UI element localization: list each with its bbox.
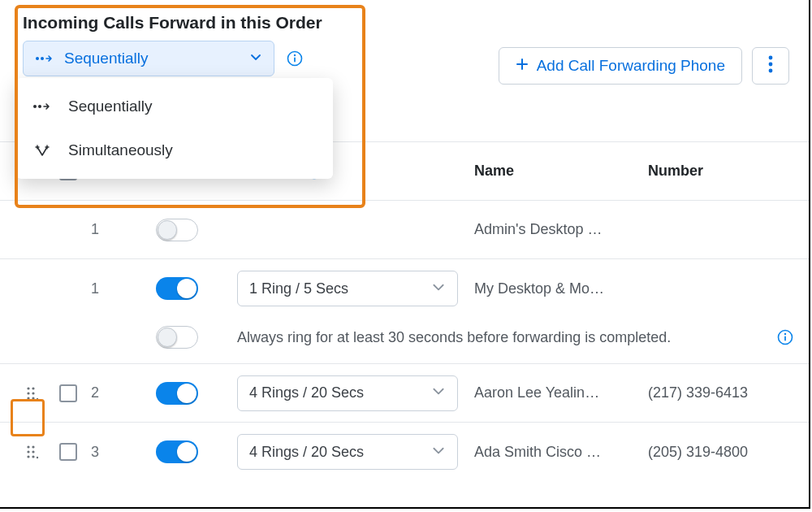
svg-rect-6	[294, 58, 296, 63]
col-number: Number	[648, 163, 786, 180]
svg-point-17	[32, 387, 34, 389]
svg-rect-15	[784, 336, 786, 341]
ring-duration-label: 4 Rings / 20 Secs	[249, 444, 364, 461]
number-cell: (205) 319-4800	[648, 444, 786, 461]
ring-duration-label: 4 Rings / 20 Secs	[249, 384, 364, 401]
svg-point-28	[32, 455, 34, 458]
drag-handle-icon[interactable]	[15, 384, 50, 402]
always-ring-label: Always ring for at least 30 seconds befo…	[237, 329, 770, 346]
mode-option-label: Simultaneously	[68, 141, 173, 159]
col-name: Name	[474, 163, 648, 180]
table-row: 2 4 Rings / 20 Secs Aaron Lee Yealin… (2…	[0, 364, 809, 423]
svg-point-24	[32, 445, 34, 448]
table-row: 1 Admin's Desktop …	[0, 201, 809, 259]
svg-point-7	[769, 55, 773, 59]
table-row: 3 4 Rings / 20 Secs Ada Smith Cisco … (2…	[0, 423, 809, 481]
active-toggle[interactable]	[156, 219, 198, 241]
row-checkbox[interactable]	[59, 384, 77, 402]
svg-point-9	[769, 68, 773, 72]
ring-duration-select[interactable]: 4 Rings / 20 Secs	[237, 434, 458, 470]
kebab-icon	[768, 55, 773, 77]
ring-duration-select[interactable]: 4 Rings / 20 Secs	[237, 375, 458, 411]
svg-point-20	[27, 397, 29, 399]
svg-point-18	[27, 392, 29, 394]
page-title: Incoming Calls Forward in this Order	[23, 13, 786, 33]
order-cell: 1	[86, 280, 156, 297]
svg-point-27	[27, 455, 29, 458]
more-actions-button[interactable]	[752, 47, 789, 85]
number-cell: (217) 339-6413	[648, 384, 786, 401]
chevron-down-icon	[431, 384, 446, 402]
svg-point-8	[769, 62, 773, 66]
mode-option-sequentially[interactable]: Sequentially	[16, 85, 333, 128]
name-cell: Aaron Lee Yealin…	[474, 384, 648, 401]
sequential-icon	[35, 50, 54, 67]
svg-point-23	[27, 445, 29, 448]
svg-point-14	[784, 333, 786, 335]
info-icon[interactable]	[776, 328, 794, 346]
svg-point-26	[32, 450, 34, 453]
always-ring-toggle[interactable]	[156, 326, 198, 349]
chevron-down-icon	[431, 280, 446, 298]
svg-point-22	[37, 397, 38, 399]
info-icon[interactable]	[286, 50, 304, 67]
row-checkbox[interactable]	[59, 443, 77, 461]
svg-point-1	[41, 57, 44, 60]
forward-mode-label: Sequentially	[64, 50, 149, 67]
svg-point-16	[27, 387, 29, 389]
svg-point-19	[32, 392, 34, 394]
plus-icon	[516, 57, 529, 75]
active-toggle[interactable]	[156, 382, 198, 405]
svg-point-5	[294, 54, 296, 56]
chevron-down-icon	[431, 443, 446, 462]
forwarding-table: Order Active Ring For Name Number 1	[0, 141, 809, 481]
svg-point-25	[27, 450, 29, 453]
sequential-icon	[32, 102, 55, 111]
mode-option-simultaneously[interactable]: Simultaneously	[16, 128, 333, 172]
order-cell: 1	[86, 221, 156, 238]
add-call-forwarding-button[interactable]: Add Call Forwarding Phone	[499, 47, 742, 85]
order-cell: 2	[86, 384, 156, 401]
name-cell: My Desktop & Mo…	[474, 280, 648, 297]
table-row: 1 1 Ring / 5 Secs My Desktop & Mo…	[0, 259, 809, 318]
svg-point-2	[33, 105, 37, 108]
always-ring-row: Always ring for at least 30 seconds befo…	[0, 318, 809, 364]
drag-handle-icon[interactable]	[15, 443, 50, 461]
order-cell: 3	[86, 444, 156, 461]
ring-duration-select[interactable]: 1 Ring / 5 Secs	[237, 271, 458, 306]
svg-point-3	[38, 105, 41, 108]
svg-point-21	[32, 397, 34, 399]
name-cell: Admin's Desktop …	[474, 221, 648, 238]
chevron-down-icon	[249, 50, 262, 67]
svg-point-29	[37, 457, 38, 458]
simultaneous-icon	[32, 144, 55, 157]
mode-option-label: Sequentially	[68, 98, 153, 115]
forward-mode-select[interactable]: Sequentially	[23, 41, 274, 76]
active-toggle[interactable]	[156, 440, 198, 463]
name-cell: Ada Smith Cisco …	[474, 444, 648, 461]
ring-duration-label: 1 Ring / 5 Secs	[249, 280, 348, 297]
active-toggle[interactable]	[156, 277, 198, 300]
svg-point-0	[36, 57, 39, 60]
forward-mode-dropdown: Sequentially Simultaneously	[16, 78, 333, 179]
add-button-label: Add Call Forwarding Phone	[537, 57, 725, 75]
